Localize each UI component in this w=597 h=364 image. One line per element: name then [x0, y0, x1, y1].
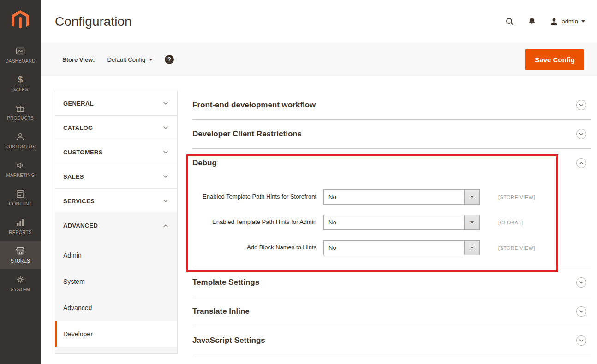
sidebar-item-reports[interactable]: REPORTS: [0, 212, 41, 241]
nav-section-label: CATALOG: [63, 124, 93, 131]
nav-section-catalog[interactable]: CATALOG: [55, 116, 177, 140]
nav-item-admin[interactable]: Admin: [55, 242, 177, 268]
section-header[interactable]: Translate Inline: [192, 297, 591, 326]
store-view-label: Store View:: [62, 56, 95, 63]
section-title: Front-end development workflow: [192, 100, 316, 110]
config-nav: GENERAL CATALOG CUSTOMERS SALES SERVICES…: [55, 91, 178, 354]
nav-section-label: ADVANCED: [63, 222, 98, 229]
chevron-down-icon: [577, 306, 586, 317]
store-view-switcher[interactable]: Default Config: [107, 56, 153, 63]
magento-logo-icon: [12, 10, 29, 30]
chevron-down-icon: [149, 59, 153, 61]
store-view-toolbar: Store View: Default Config ? Save Config: [41, 43, 597, 76]
section-header[interactable]: Developer Client Restrictions: [192, 120, 591, 148]
section-header[interactable]: JavaScript Settings: [192, 326, 591, 355]
nav-item-developer[interactable]: Developer: [55, 321, 177, 347]
store-view-value: Default Config: [107, 56, 145, 63]
section-frontend-workflow: Front-end development workflow: [192, 91, 591, 120]
collapse-toggle[interactable]: [576, 129, 586, 139]
select-arrow-button[interactable]: [464, 215, 479, 229]
section-header[interactable]: Template Settings: [192, 268, 591, 297]
collapse-toggle[interactable]: [576, 335, 586, 346]
sidebar-item-sales[interactable]: $ SALES: [0, 69, 41, 98]
select-arrow-button[interactable]: [464, 190, 479, 204]
nav-item-advanced[interactable]: Advanced: [55, 294, 177, 321]
field-label: Enabled Template Path Hints for Storefro…: [192, 193, 316, 201]
nav-advanced-children: Admin System Advanced Developer: [55, 238, 177, 353]
collapse-toggle[interactable]: [576, 277, 586, 288]
chevron-down-icon: [577, 100, 586, 110]
sidebar-item-label: STORES: [11, 258, 30, 264]
nav-section-advanced[interactable]: ADVANCED: [55, 213, 177, 238]
chevron-down-icon: [577, 277, 586, 288]
chevron-down-icon: [162, 148, 169, 156]
magento-logo[interactable]: [0, 0, 41, 41]
nav-item-system[interactable]: System: [55, 268, 177, 294]
sidebar-item-label: CUSTOMERS: [5, 144, 36, 149]
sidebar-item-marketing[interactable]: MARKETING: [0, 155, 41, 183]
page-header: Configuration admin: [41, 0, 597, 43]
template-path-hints-admin-select[interactable]: No: [323, 215, 480, 230]
select-value: No: [324, 194, 464, 200]
nav-section-customers[interactable]: CUSTOMERS: [55, 140, 177, 164]
section-title: Debug: [192, 159, 217, 168]
section-developer-client-restrictions: Developer Client Restrictions: [192, 120, 591, 149]
chevron-down-icon: [470, 221, 474, 223]
nav-section-sales[interactable]: SALES: [55, 164, 177, 189]
section-javascript-settings: JavaScript Settings: [192, 326, 591, 355]
save-config-button[interactable]: Save Config: [525, 49, 584, 70]
notifications-button[interactable]: [527, 17, 537, 26]
sidebar-item-customers[interactable]: CUSTOMERS: [0, 126, 41, 155]
page-title: Configuration: [55, 14, 505, 29]
field-template-path-hints-storefront: Enabled Template Path Hints for Storefro…: [192, 189, 591, 205]
chevron-down-icon: [162, 100, 169, 107]
help-button[interactable]: ?: [165, 55, 174, 64]
sidebar: DASHBOARD $ SALES PRODUCTS CUSTOMERS MAR…: [0, 0, 41, 364]
nav-section-label: GENERAL: [63, 100, 94, 107]
marketing-icon: [16, 161, 25, 170]
scope-label: [STORE VIEW]: [498, 245, 535, 251]
sidebar-item-products[interactable]: PRODUCTS: [0, 98, 41, 126]
scope-label: [STORE VIEW]: [498, 194, 535, 200]
header-actions: admin: [505, 17, 585, 26]
section-header[interactable]: Debug: [192, 149, 591, 177]
collapse-toggle[interactable]: [576, 100, 586, 110]
content-icon: [16, 189, 25, 199]
sidebar-item-content[interactable]: CONTENT: [0, 183, 41, 212]
add-block-names-select[interactable]: No: [323, 240, 480, 255]
field-template-path-hints-admin: Enabled Template Path Hints for Admin No…: [192, 215, 591, 230]
reports-icon: [16, 218, 25, 227]
nav-section-services[interactable]: SERVICES: [55, 189, 177, 213]
sidebar-item-label: MARKETING: [6, 173, 34, 178]
collapse-toggle[interactable]: [576, 158, 586, 168]
search-icon: [505, 17, 514, 26]
chevron-up-icon: [162, 222, 169, 229]
config-sections: Front-end development workflow Developer…: [192, 91, 591, 355]
chevron-down-icon: [470, 196, 474, 198]
section-debug: Debug Enabled Template Path Hints for St…: [192, 149, 591, 268]
chevron-down-icon: [577, 129, 586, 139]
template-path-hints-storefront-select[interactable]: No: [323, 189, 480, 205]
debug-fields: Enabled Template Path Hints for Storefro…: [192, 177, 591, 268]
collapse-toggle[interactable]: [576, 306, 586, 317]
sidebar-item-dashboard[interactable]: DASHBOARD: [0, 41, 41, 69]
nav-section-label: SERVICES: [63, 198, 95, 205]
nav-section-general[interactable]: GENERAL: [55, 91, 177, 116]
section-translate-inline: Translate Inline: [192, 297, 591, 326]
chevron-down-icon: [162, 197, 169, 205]
chevron-down-icon: [577, 335, 586, 346]
chevron-down-icon: [581, 20, 585, 23]
section-header[interactable]: Front-end development workflow: [192, 91, 591, 119]
field-label: Add Block Names to Hints: [192, 243, 316, 252]
select-arrow-button[interactable]: [464, 241, 479, 255]
sidebar-item-stores[interactable]: STORES: [0, 241, 41, 269]
admin-user-menu[interactable]: admin: [549, 17, 585, 26]
dashboard-icon: [16, 47, 25, 56]
section-title: Developer Client Restrictions: [192, 129, 302, 139]
sidebar-item-system[interactable]: SYSTEM: [0, 269, 41, 298]
system-icon: [16, 275, 25, 284]
search-button[interactable]: [505, 17, 514, 26]
products-icon: [16, 104, 25, 113]
sidebar-item-label: REPORTS: [9, 230, 32, 235]
sidebar-item-label: CONTENT: [9, 201, 32, 206]
